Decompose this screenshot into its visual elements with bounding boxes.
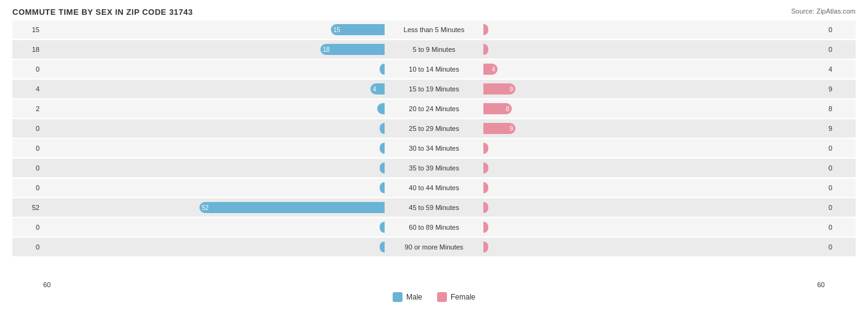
chart-row: 0 10 to 14 Minutes 4 4	[12, 60, 856, 78]
male-bar-wrap: 52	[193, 202, 385, 213]
bars-center: 40 to 44 Minutes	[43, 178, 825, 197]
legend-female-label: Female	[451, 293, 475, 301]
row-label: 45 to 59 Minutes	[385, 204, 483, 211]
female-bar-wrap	[483, 24, 675, 35]
female-value: 9	[825, 125, 856, 132]
axis-left: 60	[43, 281, 51, 288]
male-bar	[380, 64, 385, 75]
bars-center: 35 to 39 Minutes	[43, 159, 825, 177]
female-bar-wrap	[483, 182, 675, 193]
source-label: Source: ZipAtlas.com	[791, 7, 856, 15]
female-bar: 9	[483, 83, 515, 94]
male-value: 0	[12, 125, 43, 132]
female-bar-wrap	[483, 241, 675, 253]
row-label: 25 to 29 Minutes	[385, 125, 483, 132]
male-value: 0	[12, 164, 43, 172]
legend-male: Male	[393, 292, 422, 302]
female-inner-val: 8	[506, 106, 512, 112]
chart-container: COMMUTE TIME BY SEX IN ZIP CODE 31743 So…	[0, 0, 868, 323]
row-label: 30 to 34 Minutes	[385, 145, 483, 152]
male-inner-val: 18	[320, 46, 330, 53]
chart-row: 0 40 to 44 Minutes 0	[12, 178, 856, 197]
female-bar-wrap	[483, 202, 675, 213]
female-bar: 8	[483, 103, 512, 114]
row-label: 40 to 44 Minutes	[385, 184, 483, 191]
chart-row: 15 15 Less than 5 Minutes 0	[12, 20, 856, 39]
row-label: 5 to 9 Minutes	[385, 46, 483, 53]
female-bar	[483, 222, 488, 233]
legend-male-label: Male	[406, 293, 422, 301]
male-bar: 4	[370, 83, 385, 94]
male-bar: 15	[331, 24, 385, 35]
legend-female-box	[437, 292, 447, 302]
male-value: 2	[12, 105, 43, 112]
axis-labels: 60 60	[12, 281, 856, 288]
male-inner-val: 4	[370, 86, 377, 93]
chart-row: 0 30 to 34 Minutes 0	[12, 139, 856, 157]
female-bar-wrap	[483, 222, 675, 233]
female-bar: 9	[483, 123, 515, 134]
female-bar	[483, 241, 488, 253]
female-bar	[483, 162, 488, 174]
female-value: 0	[825, 224, 856, 231]
male-bar	[380, 123, 385, 134]
chart-row: 2 20 to 24 Minutes 8 8	[12, 99, 856, 118]
female-value: 0	[825, 46, 856, 53]
female-bar	[483, 182, 488, 193]
female-value: 0	[825, 26, 856, 33]
bars-center: 4 15 to 19 Minutes 9	[43, 80, 825, 98]
male-value: 0	[12, 145, 43, 152]
bars-center: 20 to 24 Minutes 8	[43, 99, 825, 118]
male-bar-wrap	[193, 143, 385, 154]
female-inner-val: 9	[509, 86, 515, 93]
male-inner-val: 52	[199, 204, 209, 211]
chart-row: 0 90 or more Minutes 0	[12, 238, 856, 256]
male-bar: 18	[320, 44, 385, 55]
female-value: 8	[825, 105, 856, 112]
row-label: 10 to 14 Minutes	[385, 65, 483, 73]
male-value: 15	[12, 26, 43, 33]
female-bar	[483, 24, 488, 35]
bars-center: 60 to 89 Minutes	[43, 218, 825, 237]
chart-row: 0 35 to 39 Minutes 0	[12, 159, 856, 177]
female-value: 4	[825, 65, 856, 73]
female-bar	[483, 143, 488, 154]
bars-center: 90 or more Minutes	[43, 238, 825, 256]
male-bar-wrap: 15	[193, 24, 385, 35]
legend-female: Female	[437, 292, 475, 302]
male-bar: 52	[199, 202, 385, 213]
row-label: 35 to 39 Minutes	[385, 164, 483, 172]
legend-male-box	[393, 292, 403, 302]
male-bar-wrap	[193, 64, 385, 75]
bars-center: 30 to 34 Minutes	[43, 139, 825, 157]
male-bar	[380, 143, 385, 154]
female-bar-wrap	[483, 143, 675, 154]
female-value: 0	[825, 145, 856, 152]
female-bar	[483, 202, 488, 213]
chart-row: 4 4 15 to 19 Minutes 9 9	[12, 80, 856, 98]
female-value: 0	[825, 243, 856, 251]
male-bar-wrap	[193, 162, 385, 174]
chart-row: 18 18 5 to 9 Minutes 0	[12, 40, 856, 59]
male-bar-wrap: 4	[193, 83, 385, 94]
female-bar: 4	[483, 64, 498, 75]
female-inner-val: 4	[491, 66, 498, 73]
male-bar-wrap: 18	[193, 44, 385, 55]
chart-row: 52 52 45 to 59 Minutes 0	[12, 198, 856, 217]
row-label: 20 to 24 Minutes	[385, 105, 483, 112]
bars-center: 18 5 to 9 Minutes	[43, 40, 825, 59]
bars-center: 52 45 to 59 Minutes	[43, 198, 825, 217]
axis-right: 60	[817, 281, 825, 288]
row-label: 90 or more Minutes	[385, 243, 483, 251]
male-bar-wrap	[193, 123, 385, 134]
female-value: 0	[825, 164, 856, 172]
female-bar-wrap: 4	[483, 64, 675, 75]
female-bar-wrap	[483, 44, 675, 55]
male-bar-wrap	[193, 103, 385, 114]
male-bar-wrap	[193, 222, 385, 233]
row-label: Less than 5 Minutes	[385, 26, 483, 33]
male-bar	[380, 182, 385, 193]
bars-center: 25 to 29 Minutes 9	[43, 119, 825, 138]
male-bar-wrap	[193, 182, 385, 193]
female-bar-wrap	[483, 162, 675, 174]
